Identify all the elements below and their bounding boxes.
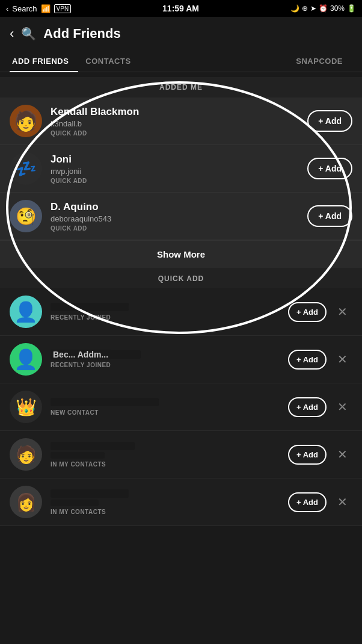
- quick-add-row-2: 👤 Bec... Addm... RECENTLY JOINED + Add ✕: [0, 336, 362, 383]
- friend-row-aquino: 🧐 D. Aquino deboraaquino543 QUICK ADD + …: [0, 193, 362, 240]
- friend-info-quick-5: IN MY CONTACTS: [51, 489, 288, 515]
- blurred-name-1: [51, 303, 129, 311]
- friend-info-joni: Joni mvp.jonii QUICK ADD: [51, 153, 307, 184]
- avatar-quick-1: 👤: [10, 296, 42, 328]
- dismiss-button-1[interactable]: ✕: [333, 302, 352, 321]
- friend-label-quick-4: IN MY CONTACTS: [51, 461, 288, 468]
- added-me-section: ADDED ME 🧑 Kendall Blackmon k3ndall.b QU…: [0, 77, 362, 268]
- avatar-icon-quick-1: 👤: [14, 300, 38, 323]
- friend-label-quick-3: NEW CONTACT: [51, 409, 288, 416]
- blurred-name-2: Bec... Addm...: [51, 350, 141, 359]
- avatar-joni: 💤: [10, 152, 42, 185]
- avatar-quick-5: 👩: [10, 486, 42, 518]
- arrow-icon: ➤: [310, 4, 316, 13]
- back-indicator: ‹: [6, 4, 8, 13]
- friend-name-aquino: D. Aquino: [51, 201, 307, 213]
- blurred-name-3: [51, 398, 159, 406]
- friend-username-joni: mvp.jonii: [51, 167, 307, 176]
- dismiss-button-3[interactable]: ✕: [333, 397, 352, 416]
- friend-info-quick-4: IN MY CONTACTS: [51, 442, 288, 468]
- add-button-quick-5[interactable]: + Add: [288, 492, 327, 512]
- avatar-quick-3: 👑: [10, 391, 42, 423]
- friend-label-quick-5: IN MY CONTACTS: [51, 509, 288, 515]
- blurred-name-4: [51, 442, 135, 450]
- friend-username-kendall: k3ndall.b: [51, 119, 307, 128]
- add-button-aquino[interactable]: + Add: [307, 205, 352, 227]
- blurred-username-5: [51, 500, 99, 506]
- status-search: Search: [12, 4, 37, 13]
- friend-username-aquino: deboraaquino543: [51, 214, 307, 223]
- quick-add-row-4: 🧑 IN MY CONTACTS + Add ✕: [0, 431, 362, 478]
- quick-add-partial-label: QUICK ADD: [158, 274, 204, 283]
- partial-name-2: Bec... Addm...: [51, 350, 111, 359]
- status-bar: ‹ Search 📶 VPN 11:59 AM 🌙 ⊕ ➤ ⏰ 30% 🔋: [0, 0, 362, 17]
- added-me-header: ADDED ME: [0, 77, 362, 98]
- add-button-quick-2[interactable]: + Add: [288, 350, 327, 370]
- status-right: 🌙 ⊕ ➤ ⏰ 30% 🔋: [290, 4, 356, 13]
- avatar-icon-quick-5: 👩: [16, 492, 37, 512]
- avatar-aquino: 🧐: [10, 200, 42, 232]
- moon-icon: 🌙: [290, 4, 299, 13]
- friend-info-kendall: Kendall Blackmon k3ndall.b QUICK ADD: [51, 106, 307, 137]
- dismiss-button-4[interactable]: ✕: [333, 445, 352, 464]
- add-button-quick-3[interactable]: + Add: [288, 397, 327, 417]
- dismiss-button-5[interactable]: ✕: [333, 492, 352, 512]
- dismiss-button-2[interactable]: ✕: [333, 350, 352, 369]
- avatar-emoji-joni: 💤: [16, 159, 37, 179]
- avatar-quick-2: 👤: [10, 343, 42, 376]
- tab-bar: ADD FRIENDS CONTACTS SNAPCODE: [0, 51, 362, 72]
- add-button-kendall[interactable]: + Add: [307, 110, 352, 132]
- friend-row-kendall: 🧑 Kendall Blackmon k3ndall.b QUICK ADD +…: [0, 98, 362, 145]
- status-time: 11:59 AM: [162, 4, 199, 13]
- quick-add-row-3: 👑 NEW CONTACT + Add ✕: [0, 383, 362, 431]
- status-left: ‹ Search 📶 VPN: [6, 4, 71, 13]
- tab-contacts[interactable]: CONTACTS: [83, 51, 140, 72]
- back-button[interactable]: ‹: [10, 26, 14, 42]
- friend-info-quick-1: RECENTLY JOINED: [51, 303, 288, 321]
- quick-add-partial-header: QUICK ADD: [0, 268, 362, 288]
- quick-add-row-1: 👤 RECENTLY JOINED + Add ✕: [0, 288, 362, 336]
- friend-name-kendall: Kendall Blackmon: [51, 106, 307, 118]
- friend-info-quick-3: NEW CONTACT: [51, 398, 288, 416]
- avatar-emoji-kendall: 🧑: [14, 110, 38, 132]
- add-button-quick-4[interactable]: + Add: [288, 445, 327, 465]
- friend-info-quick-2: Bec... Addm... RECENTLY JOINED: [51, 350, 288, 368]
- friend-label-kendall: QUICK ADD: [51, 130, 307, 137]
- tab-snapcode[interactable]: SNAPCODE: [293, 51, 352, 72]
- tab-add-friends[interactable]: ADD FRIENDS: [10, 51, 78, 72]
- show-more-button[interactable]: Show More: [0, 240, 362, 268]
- quick-add-row-5: 👩 IN MY CONTACTS + Add ✕: [0, 478, 362, 526]
- friend-label-quick-1: RECENTLY JOINED: [51, 314, 288, 321]
- friend-row-joni: 💤 Joni mvp.jonii QUICK ADD + Add: [0, 145, 362, 193]
- page-title: Add Friends: [43, 26, 120, 42]
- alarm-icon: ⏰: [319, 4, 328, 13]
- avatar-icon-quick-4: 🧑: [16, 445, 37, 465]
- vpn-badge: VPN: [54, 4, 72, 13]
- add-button-quick-1[interactable]: + Add: [288, 302, 327, 322]
- battery-text: 30%: [330, 4, 345, 13]
- app-header: ‹ 🔍 Add Friends: [0, 17, 362, 51]
- friend-label-quick-2: RECENTLY JOINED: [51, 362, 288, 368]
- blurred-name-5: [51, 489, 129, 498]
- avatar-kendall: 🧑: [10, 105, 42, 137]
- friend-label-aquino: QUICK ADD: [51, 225, 307, 232]
- avatar-quick-4: 🧑: [10, 438, 42, 471]
- friend-info-aquino: D. Aquino deboraaquino543 QUICK ADD: [51, 201, 307, 232]
- blurred-username-4: [51, 452, 105, 459]
- friend-name-joni: Joni: [51, 153, 307, 166]
- avatar-icon-quick-2: 👤: [14, 348, 38, 371]
- battery-icon: 🔋: [347, 4, 356, 13]
- location-icon: ⊕: [302, 4, 308, 13]
- avatar-icon-quick-3: 👑: [16, 397, 37, 417]
- avatar-emoji-aquino: 🧐: [16, 206, 37, 226]
- friend-label-joni: QUICK ADD: [51, 178, 307, 184]
- search-icon[interactable]: 🔍: [21, 26, 36, 41]
- add-button-joni[interactable]: + Add: [307, 158, 352, 179]
- wifi-icon: 📶: [41, 4, 51, 13]
